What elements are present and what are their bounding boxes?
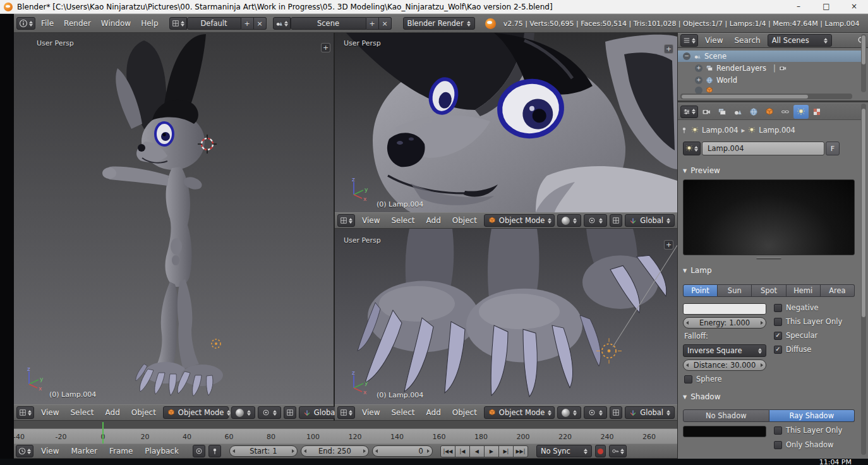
object-menu[interactable]: Object: [127, 408, 160, 417]
editor-divider[interactable]: [678, 100, 868, 102]
lamp-color-swatch[interactable]: [683, 303, 766, 315]
maximize-button[interactable]: □: [812, 0, 840, 14]
tab-object[interactable]: [762, 105, 777, 119]
outliner-row-world[interactable]: + World: [678, 75, 861, 86]
play-reverse-button[interactable]: ◀: [469, 445, 485, 457]
outliner-row-partial[interactable]: [678, 87, 861, 94]
lamp-type-point[interactable]: Point: [683, 284, 718, 297]
only-shadow-checkbox[interactable]: [774, 441, 782, 449]
tab-render-layers[interactable]: [714, 105, 730, 119]
distance-field[interactable]: Distance:30.000: [683, 359, 766, 371]
tab-constraints[interactable]: [778, 105, 793, 119]
select-menu[interactable]: Select: [387, 408, 419, 417]
orientation-dropdown[interactable]: Global: [625, 214, 675, 227]
editor-type-button[interactable]: [337, 214, 355, 227]
outliner-horizontal-scrollbar[interactable]: [680, 94, 852, 99]
editor-type-button[interactable]: [16, 406, 34, 419]
outliner-search-menu[interactable]: Search: [730, 36, 764, 45]
energy-field[interactable]: Energy:1.000: [683, 317, 766, 329]
outliner-row-scene[interactable]: − Scene: [678, 51, 861, 62]
shadow-this-layer-only-checkbox[interactable]: [774, 426, 782, 435]
play-button[interactable]: ▶: [484, 445, 499, 457]
add-screen-button[interactable]: +: [241, 17, 254, 30]
preview-resize-grip[interactable]: [756, 257, 781, 260]
falloff-dropdown[interactable]: Inverse Square: [683, 344, 766, 357]
negative-checkbox[interactable]: [774, 304, 782, 312]
ray-shadow-button[interactable]: Ray Shadow: [769, 409, 855, 422]
render-menu[interactable]: Render: [59, 19, 95, 28]
previous-keyframe-button[interactable]: |◀: [455, 445, 470, 457]
editor-type-button[interactable]: [680, 34, 698, 47]
current-frame-field[interactable]: 0: [372, 445, 433, 457]
lock-frame-button[interactable]: [208, 445, 221, 457]
view-menu[interactable]: View: [37, 408, 63, 417]
editor-type-button[interactable]: [680, 106, 698, 118]
shadow-panel-header[interactable]: ▼ Shadow: [678, 390, 864, 403]
help-menu[interactable]: Help: [136, 19, 162, 28]
outliner-filter-dropdown[interactable]: All Scenes: [768, 34, 832, 47]
mode-dropdown[interactable]: Object Mode: [484, 214, 555, 227]
editor-type-button-info[interactable]: [16, 17, 35, 30]
screen-layout-name[interactable]: Default: [187, 17, 241, 30]
current-frame-playhead[interactable]: [102, 422, 104, 444]
screen-layout-browse-button[interactable]: [169, 17, 187, 30]
editor-type-button[interactable]: [16, 445, 33, 457]
frame-menu[interactable]: Frame: [105, 447, 137, 456]
pivot-point-dropdown[interactable]: [584, 214, 607, 227]
scrollbar-thumb[interactable]: [862, 109, 865, 317]
sync-dropdown[interactable]: No Sync: [536, 445, 592, 457]
shadow-color-swatch[interactable]: [683, 426, 766, 437]
jump-to-start-button[interactable]: |◀◀: [440, 445, 455, 457]
tab-texture[interactable]: [809, 105, 824, 119]
file-menu[interactable]: File: [37, 19, 58, 28]
close-button[interactable]: ×: [840, 0, 868, 14]
outliner-view-menu[interactable]: View: [701, 36, 727, 45]
view-menu[interactable]: View: [37, 447, 63, 456]
outliner-vertical-scrollbar[interactable]: [861, 34, 866, 92]
add-menu[interactable]: Add: [422, 408, 445, 417]
window-menu[interactable]: Window: [97, 19, 135, 28]
tab-scene[interactable]: [730, 105, 745, 119]
delete-screen-button[interactable]: ×: [254, 17, 267, 30]
no-shadow-button[interactable]: No Shadow: [683, 409, 769, 422]
disclosure-toggle[interactable]: +: [695, 76, 702, 84]
scene-name[interactable]: Scene: [291, 17, 366, 30]
region-expand-handle[interactable]: +: [321, 43, 330, 52]
add-scene-button[interactable]: +: [366, 17, 379, 30]
orientation-dropdown[interactable]: Global: [625, 406, 675, 419]
viewport-shading-dropdown[interactable]: [557, 214, 581, 227]
snap-button[interactable]: [284, 406, 296, 419]
view-menu[interactable]: View: [358, 216, 384, 225]
properties-vertical-scrollbar[interactable]: [861, 104, 866, 455]
object-menu[interactable]: Object: [448, 216, 481, 225]
breadcrumb-object[interactable]: Lamp.004: [702, 126, 738, 135]
disclosure-toggle[interactable]: +: [695, 64, 702, 72]
timeline-ruler[interactable]: -40-200204060801001201401601802002202402…: [14, 428, 677, 444]
viewport-bottom-right[interactable]: User Persp (0) Lamp.004 z y x +: [335, 229, 677, 404]
snap-button[interactable]: [610, 406, 622, 419]
region-expand-handle[interactable]: +: [664, 240, 673, 250]
frame-start-field[interactable]: Start:1: [229, 445, 298, 457]
render-result-icon[interactable]: [779, 64, 787, 72]
fake-user-button[interactable]: F: [826, 142, 840, 155]
scrollbar-thumb[interactable]: [682, 95, 808, 99]
mode-dropdown[interactable]: Object Mode: [484, 406, 555, 419]
snap-button[interactable]: [610, 214, 622, 227]
tab-render[interactable]: [699, 105, 714, 119]
disclosure-toggle[interactable]: [695, 87, 702, 94]
specular-checkbox[interactable]: ✓: [774, 332, 782, 340]
mode-dropdown[interactable]: Object Mode: [163, 406, 229, 419]
pivot-point-dropdown[interactable]: [584, 406, 607, 419]
pin-icon[interactable]: [680, 126, 688, 134]
scene-browse-button[interactable]: [273, 17, 291, 30]
lamp-panel-header[interactable]: ▼ Lamp: [678, 264, 864, 277]
keying-set-button[interactable]: [609, 445, 627, 457]
editor-type-button[interactable]: [337, 406, 355, 419]
marker-menu[interactable]: Marker: [66, 447, 101, 456]
sphere-checkbox[interactable]: [684, 375, 692, 383]
frame-end-field[interactable]: End:250: [301, 445, 369, 457]
viewport-shading-dropdown[interactable]: [231, 406, 255, 419]
lamp-type-sun[interactable]: Sun: [718, 284, 752, 297]
jump-to-end-button[interactable]: ▶▶|: [513, 445, 528, 457]
region-expand-handle[interactable]: +: [664, 44, 673, 54]
